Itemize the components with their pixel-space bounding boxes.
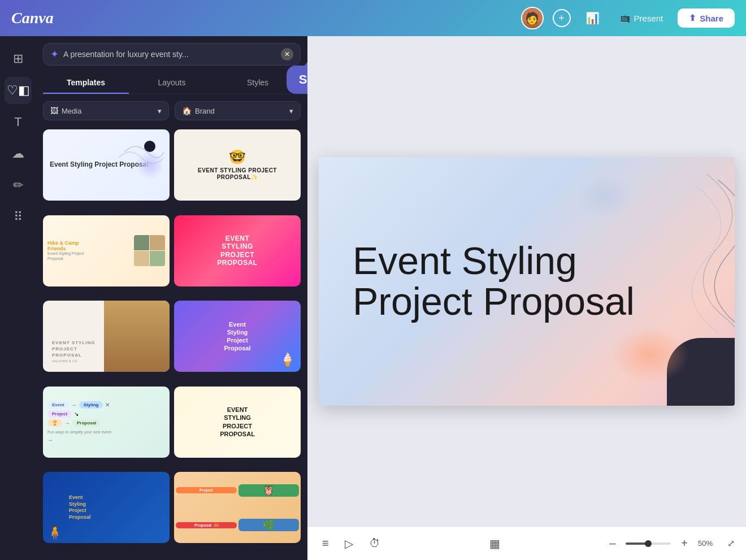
card-10-cell-2: 🦉 bbox=[238, 484, 300, 497]
card-8-title: EVENTSTYLINGPROJECTPROPOSAL bbox=[220, 406, 255, 438]
upload-icon-button[interactable]: ☁ bbox=[5, 140, 32, 167]
zoom-percent: 50% bbox=[698, 539, 721, 548]
canvas-area: Event Styling Project Proposal ≡ bbox=[307, 36, 746, 560]
apps-icon-button[interactable]: ⠿ bbox=[5, 203, 32, 231]
canvas-scroll: Event Styling Project Proposal bbox=[307, 36, 746, 526]
timer-icon: ⏱ bbox=[369, 537, 380, 550]
toolbar-center: ▦ bbox=[486, 533, 504, 554]
zoom-out-button[interactable]: – bbox=[606, 533, 619, 553]
template-card-4[interactable]: EVENTSTYLINGPROJECTPROPOSAL bbox=[174, 215, 301, 286]
toolbar-right: – + 50% ⤢ bbox=[606, 533, 735, 553]
sarah-tooltip: Sarah bbox=[287, 66, 307, 94]
tag-project: Project bbox=[47, 410, 72, 418]
topbar: Canva 🧑 + 📊 📺 Present ⬆ Share bbox=[0, 0, 746, 36]
template-card-9[interactable]: 🧍 EventStylingProjectProposal bbox=[43, 472, 170, 543]
tag-event: Event bbox=[47, 401, 69, 409]
card-7-subtitle: Fun ways to simplify your next event bbox=[47, 430, 165, 434]
bottom-toolbar: ≡ ▷ ⏱ ▦ – + 50% bbox=[307, 526, 746, 560]
tab-layouts[interactable]: Layouts bbox=[129, 72, 215, 94]
grid-icon: ▦ bbox=[489, 537, 500, 550]
card-7-row-2: Project ↘ bbox=[47, 410, 165, 418]
slide-title: Event Styling Project Proposal bbox=[319, 218, 735, 344]
zoom-in-button[interactable]: + bbox=[678, 533, 691, 553]
card-3-img-3 bbox=[134, 251, 149, 266]
card-9-title: EventStylingProjectProposal bbox=[69, 494, 91, 521]
search-clear-button[interactable]: ✕ bbox=[281, 48, 293, 60]
template-card-6[interactable]: EventStylingProjectProposal 🍦 bbox=[174, 301, 301, 372]
card-3-img-2 bbox=[150, 235, 165, 250]
grid-view-button[interactable]: ▦ bbox=[486, 533, 504, 554]
elements-icon-button[interactable]: ♡◧ bbox=[5, 77, 32, 104]
play-button[interactable]: ▷ bbox=[341, 533, 357, 554]
search-input[interactable] bbox=[63, 50, 276, 59]
card-10-cell-4: 🌿 bbox=[238, 519, 300, 531]
card-7-row-3: 🏆 → Proposal bbox=[47, 419, 165, 427]
card-10-cell-3: Proposal 20 bbox=[176, 522, 237, 528]
card-5-text-block: Event StylingPROJECTPROPOSAL SALFORD & C… bbox=[47, 335, 100, 368]
card-5-brand: SALFORD & CO bbox=[52, 359, 96, 363]
card-3-photos bbox=[134, 235, 165, 266]
card-3-left: Hike & CampFriends Event Styling Project… bbox=[47, 240, 131, 261]
tab-templates[interactable]: Templates bbox=[43, 72, 129, 94]
avatar[interactable]: 🧑 bbox=[521, 7, 544, 29]
template-card-2[interactable]: 🤓 EVENT STYLING PROJECTPROPOSAL✨ bbox=[174, 129, 301, 201]
card-6-title: EventStylingProjectProposal bbox=[224, 320, 250, 353]
present-button[interactable]: 📺 Present bbox=[614, 10, 669, 27]
search-bar: ✦ ✕ bbox=[43, 43, 301, 66]
card-10-cell-1: Project bbox=[176, 487, 237, 493]
tag-icon: 🏆 bbox=[47, 419, 62, 427]
left-panel: ✦ ✕ Sarah Templates Layouts Styles bbox=[36, 36, 307, 560]
zoom-thumb bbox=[645, 540, 652, 547]
template-card-10[interactable]: Project 🦉 Proposal 20 🌿 bbox=[174, 472, 301, 543]
template-card-1[interactable]: Event Styling Project Proposal bbox=[43, 129, 170, 201]
add-button[interactable]: + bbox=[553, 9, 571, 27]
share-icon: ⬆ bbox=[689, 13, 696, 23]
search-area: ✦ ✕ Sarah bbox=[36, 36, 307, 66]
main-layout: ⊞ ♡◧ T ☁ ✏ ⠿ ✦ ✕ Sarah Templates bbox=[0, 36, 746, 560]
avatar-face: 🧑 bbox=[522, 8, 543, 28]
card-7-arrow-bottom: → bbox=[47, 437, 165, 443]
analytics-button[interactable]: 📊 bbox=[580, 8, 605, 28]
ai-search-icon: ✦ bbox=[50, 48, 59, 60]
timer-button[interactable]: ⏱ bbox=[366, 533, 384, 553]
notes-button[interactable]: ≡ bbox=[319, 533, 332, 553]
blob-blue bbox=[576, 174, 633, 219]
card-2-title: EVENT STYLING PROJECTPROPOSAL✨ bbox=[198, 167, 277, 181]
card-5-title: Event StylingPROJECTPROPOSAL bbox=[52, 340, 96, 359]
card-5-photo bbox=[104, 301, 170, 372]
toolbar-left: ≡ ▷ ⏱ bbox=[319, 533, 384, 554]
card-6-decoration: 🍦 bbox=[280, 353, 295, 367]
card-4-title: EVENTSTYLINGPROJECTPROPOSAL bbox=[217, 235, 257, 267]
card-7-row-1: Event → Styling ✕ bbox=[47, 401, 165, 409]
play-icon: ▷ bbox=[345, 537, 353, 550]
brand-chevron-icon: ▾ bbox=[289, 107, 293, 115]
notes-icon: ≡ bbox=[322, 537, 329, 550]
template-card-8[interactable]: EVENTSTYLINGPROJECTPROPOSAL bbox=[174, 387, 301, 458]
filter-row: 🖼 Media ▾ 🏠 Brand ▾ bbox=[36, 94, 307, 127]
present-icon: 📺 bbox=[620, 13, 631, 23]
search-wrapper: ✦ ✕ Sarah bbox=[43, 43, 301, 66]
panels-icon-button[interactable]: ⊞ bbox=[5, 45, 32, 72]
tag-proposal: Proposal bbox=[72, 419, 101, 427]
template-card-7[interactable]: Event → Styling ✕ Project ↘ 🏆 → Proposal… bbox=[43, 387, 170, 458]
slide-canvas[interactable]: Event Styling Project Proposal bbox=[319, 157, 735, 406]
brand-filter-button[interactable]: 🏠 Brand ▾ bbox=[175, 101, 301, 120]
card-9-text-block: EventStylingProjectProposal bbox=[69, 494, 91, 521]
text-icon-button[interactable]: T bbox=[5, 108, 32, 136]
share-button[interactable]: ⬆ Share bbox=[678, 8, 735, 28]
tab-bar: Templates Layouts Styles bbox=[36, 66, 307, 94]
card-3-img-4 bbox=[150, 251, 165, 266]
zoom-slider[interactable] bbox=[626, 542, 671, 545]
tag-styling: Styling bbox=[79, 401, 103, 409]
template-card-3[interactable]: Hike & CampFriends Event Styling Project… bbox=[43, 215, 170, 286]
fullscreen-icon[interactable]: ⤢ bbox=[727, 538, 735, 549]
draw-icon-button[interactable]: ✏ bbox=[5, 172, 32, 199]
topbar-right: 🧑 + 📊 📺 Present ⬆ Share bbox=[521, 7, 735, 29]
card-3-img-1 bbox=[134, 235, 149, 250]
card-1-svg bbox=[119, 135, 164, 169]
card-3-brand: Hike & CampFriends bbox=[47, 240, 131, 251]
icon-bar: ⊞ ♡◧ T ☁ ✏ ⠿ bbox=[0, 36, 36, 560]
media-filter-button[interactable]: 🖼 Media ▾ bbox=[43, 101, 169, 120]
card-9-person: 🧍 bbox=[46, 525, 63, 541]
template-card-5[interactable]: Event StylingPROJECTPROPOSAL SALFORD & C… bbox=[43, 301, 170, 372]
